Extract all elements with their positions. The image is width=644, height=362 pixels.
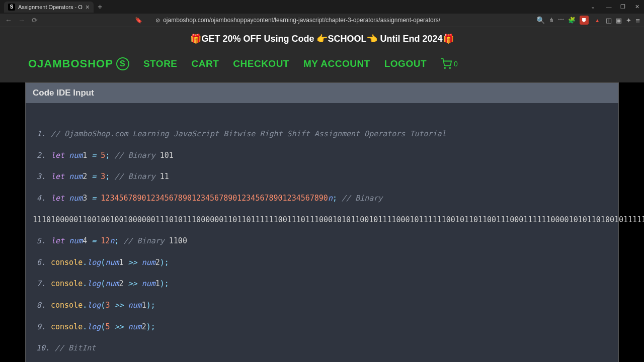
- svg-point-1: [449, 67, 450, 68]
- browser-toolbar: ← → ⟳ 🔖 ⊘ ojamboshop.com/ojamboshoppayco…: [0, 14, 644, 27]
- minimize-icon[interactable]: —: [602, 0, 616, 14]
- chevron-down-icon[interactable]: ⌄: [586, 0, 600, 14]
- brand-icon: S: [116, 57, 129, 70]
- back-button[interactable]: ←: [4, 16, 13, 24]
- url-text: ojamboshop.com/ojamboshoppaycontent/lear…: [163, 17, 440, 24]
- browser-tab[interactable]: S Assignment Operators - O ×: [4, 2, 94, 13]
- new-tab-button[interactable]: +: [98, 3, 102, 12]
- nav-cart[interactable]: CART: [192, 58, 219, 69]
- panel-title: Code IDE Input: [26, 83, 618, 103]
- close-icon[interactable]: ×: [86, 3, 90, 11]
- cart-count: 0: [454, 60, 458, 68]
- share-icon[interactable]: ⋔: [549, 17, 554, 24]
- tab-title: Assignment Operators - O: [18, 4, 83, 10]
- nav-store[interactable]: STORE: [143, 58, 178, 69]
- extension-badge-icon[interactable]: ⛊: [580, 16, 589, 25]
- extension-triangle-icon[interactable]: ▲: [593, 16, 602, 25]
- tabs-area: S Assignment Operators - O × +: [0, 0, 102, 14]
- address-bar[interactable]: 🔖 ⊘ ojamboshop.com/ojamboshoppaycontent/…: [43, 17, 532, 24]
- sparkle-icon[interactable]: ✦: [626, 17, 631, 24]
- bookmark-icon[interactable]: 🔖: [135, 17, 142, 24]
- panel-icon[interactable]: ▣: [616, 17, 622, 24]
- rss-icon[interactable]: 〰: [558, 17, 564, 24]
- nav-checkout[interactable]: CHECKOUT: [233, 58, 289, 69]
- page-content: 🎁GET 20% OFF Using Code 👉SCHOOL👈 Until E…: [0, 27, 644, 362]
- content-container: Code IDE Input 1.// OjamboShop.com Learn…: [0, 82, 644, 362]
- cart-icon: [441, 58, 452, 69]
- window-controls: ⌄ — ❐ ✕: [586, 0, 644, 14]
- toolbar-far-right: ◫ ▣ ✦ ≡: [606, 16, 640, 25]
- cart-widget[interactable]: 0: [441, 58, 458, 69]
- main-nav: OJAMBOSHOP S STORE CART CHECKOUT MY ACCO…: [0, 50, 644, 82]
- zoom-icon[interactable]: 🔍: [536, 16, 545, 24]
- menu-icon[interactable]: ≡: [635, 16, 640, 25]
- maximize-icon[interactable]: ❐: [616, 0, 630, 14]
- tab-favicon: S: [8, 4, 15, 11]
- browser-titlebar: S Assignment Operators - O × + ⌄ — ❐ ✕: [0, 0, 644, 14]
- forward-button[interactable]: →: [17, 16, 26, 24]
- brand-logo[interactable]: OJAMBOSHOP S: [28, 57, 129, 70]
- sidebar-icon[interactable]: ◫: [606, 17, 612, 24]
- promo-banner: 🎁GET 20% OFF Using Code 👉SCHOOL👈 Until E…: [0, 27, 644, 50]
- close-icon[interactable]: ✕: [630, 0, 644, 14]
- svg-point-0: [444, 67, 445, 68]
- reload-button[interactable]: ⟳: [30, 16, 39, 24]
- toolbar-right-icons: ⋔ 〰 🧩 ⛊ ▲: [549, 16, 602, 25]
- brand-text: OJAMBOSHOP: [28, 57, 113, 70]
- extensions-icon[interactable]: 🧩: [568, 17, 576, 24]
- nav-account[interactable]: MY ACCOUNT: [303, 58, 370, 69]
- code-editor[interactable]: 1.// OjamboShop.com Learning JavaScript …: [26, 103, 618, 362]
- code-panel: Code IDE Input 1.// OjamboShop.com Learn…: [25, 82, 619, 362]
- lock-icon: ⊘: [155, 17, 160, 24]
- nav-logout[interactable]: LOGOUT: [384, 58, 427, 69]
